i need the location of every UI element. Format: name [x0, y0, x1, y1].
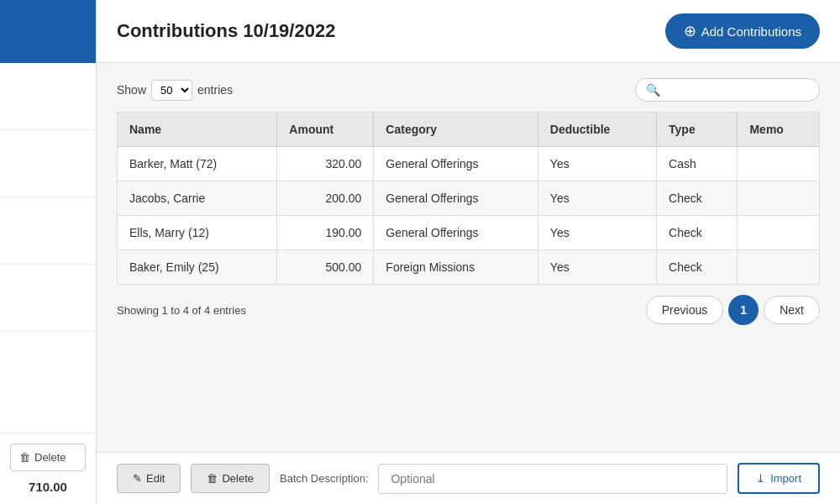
- batch-description-input[interactable]: [378, 464, 727, 494]
- sidebar-logo-area: [0, 0, 96, 63]
- add-contributions-label: Add Contributions: [701, 24, 801, 39]
- cell-amount: 200.00: [277, 181, 374, 216]
- delete-button[interactable]: 🗑 Delete: [191, 464, 270, 493]
- sidebar: 🗑 Delete 710.00: [0, 0, 97, 504]
- sidebar-item-2[interactable]: [0, 130, 96, 197]
- cell-category: General Offerings: [374, 147, 538, 181]
- search-input[interactable]: [660, 84, 809, 97]
- cell-amount: 500.00: [277, 250, 374, 285]
- table-row[interactable]: Baker, Emily (25) 500.00 Foreign Mission…: [118, 250, 820, 285]
- cell-name: Baker, Emily (25): [118, 250, 277, 285]
- pagination-controls: Previous 1 Next: [646, 295, 820, 325]
- table-header-row: Name Amount Category Deductible Type Mem…: [118, 113, 820, 147]
- cell-name: Ells, Marry (12): [118, 216, 277, 250]
- show-entries-control: Show 50 25 10 entries: [117, 80, 233, 101]
- sidebar-bottom: 🗑 Delete 710.00: [0, 433, 96, 504]
- delete-icon: 🗑: [207, 472, 218, 485]
- col-category: Category: [374, 113, 538, 147]
- table-body: Barker, Matt (72) 320.00 General Offerin…: [118, 147, 820, 285]
- cell-memo: [738, 250, 820, 285]
- col-deductible: Deductible: [538, 113, 656, 147]
- table-header: Name Amount Category Deductible Type Mem…: [118, 113, 820, 147]
- sidebar-item-1[interactable]: [0, 63, 96, 130]
- col-memo: Memo: [738, 113, 820, 147]
- edit-button[interactable]: ✎ Edit: [117, 464, 181, 493]
- cell-memo: [738, 216, 820, 250]
- cell-category: General Offerings: [374, 181, 538, 216]
- batch-description-label: Batch Description:: [280, 472, 369, 485]
- pagination-section: Showing 1 to 4 of 4 entries Previous 1 N…: [117, 285, 820, 332]
- total-amount: 710.00: [10, 480, 86, 494]
- table-section: Show 50 25 10 entries 🔍 Name Amount Cate…: [97, 63, 840, 452]
- table-row[interactable]: Ells, Marry (12) 190.00 General Offering…: [118, 216, 820, 250]
- showing-text: Showing 1 to 4 of 4 entries: [117, 304, 246, 317]
- table-row[interactable]: Barker, Matt (72) 320.00 General Offerin…: [118, 147, 820, 181]
- cell-amount: 320.00: [277, 147, 374, 181]
- delete-button-label: Delete: [34, 451, 66, 464]
- cell-memo: [738, 147, 820, 181]
- delete-label: Delete: [222, 472, 254, 485]
- show-label: Show: [117, 83, 146, 97]
- cell-deductible: Yes: [538, 250, 656, 285]
- plus-icon: ⊕: [684, 22, 696, 40]
- footer-bar: ✎ Edit 🗑 Delete Batch Description: ⤓ Imp…: [97, 452, 840, 504]
- cell-deductible: Yes: [538, 216, 656, 250]
- cell-deductible: Yes: [538, 147, 656, 181]
- cell-type: Check: [657, 250, 738, 285]
- header: Contributions 10/19/2022 ⊕ Add Contribut…: [97, 0, 840, 63]
- page-title: Contributions 10/19/2022: [117, 20, 335, 42]
- search-box: 🔍: [635, 78, 820, 102]
- sidebar-item-3[interactable]: [0, 197, 96, 265]
- table-controls: Show 50 25 10 entries 🔍: [117, 78, 820, 102]
- search-icon: 🔍: [646, 83, 660, 97]
- col-type: Type: [657, 113, 738, 147]
- col-amount: Amount: [277, 113, 374, 147]
- cell-type: Check: [657, 181, 738, 216]
- sidebar-item-4[interactable]: [0, 265, 96, 332]
- cell-type: Check: [657, 216, 738, 250]
- sidebar-delete-button[interactable]: 🗑 Delete: [10, 444, 86, 471]
- trash-icon: 🗑: [19, 451, 30, 464]
- entries-select[interactable]: 50 25 10: [151, 80, 192, 101]
- cell-memo: [738, 181, 820, 216]
- cell-name: Jacobs, Carrie: [118, 181, 277, 216]
- entries-label: entries: [197, 83, 233, 97]
- cell-type: Cash: [657, 147, 738, 181]
- previous-button[interactable]: Previous: [646, 296, 723, 324]
- cell-category: Foreign Missions: [374, 250, 538, 285]
- edit-icon: ✎: [133, 472, 142, 485]
- import-button[interactable]: ⤓ Import: [738, 463, 820, 494]
- cell-amount: 190.00: [277, 216, 374, 250]
- next-button[interactable]: Next: [764, 296, 820, 324]
- sidebar-nav: [0, 63, 96, 433]
- cell-deductible: Yes: [538, 181, 656, 216]
- contributions-table: Name Amount Category Deductible Type Mem…: [117, 112, 820, 285]
- cell-name: Barker, Matt (72): [118, 147, 277, 181]
- main-content: Contributions 10/19/2022 ⊕ Add Contribut…: [97, 0, 840, 504]
- table-row[interactable]: Jacobs, Carrie 200.00 General Offerings …: [118, 181, 820, 216]
- add-contributions-button[interactable]: ⊕ Add Contributions: [665, 13, 820, 49]
- col-name: Name: [118, 113, 277, 147]
- cell-category: General Offerings: [374, 216, 538, 250]
- current-page-number[interactable]: 1: [728, 295, 759, 325]
- edit-label: Edit: [146, 472, 165, 485]
- import-icon: ⤓: [756, 472, 765, 485]
- import-label: Import: [770, 472, 801, 485]
